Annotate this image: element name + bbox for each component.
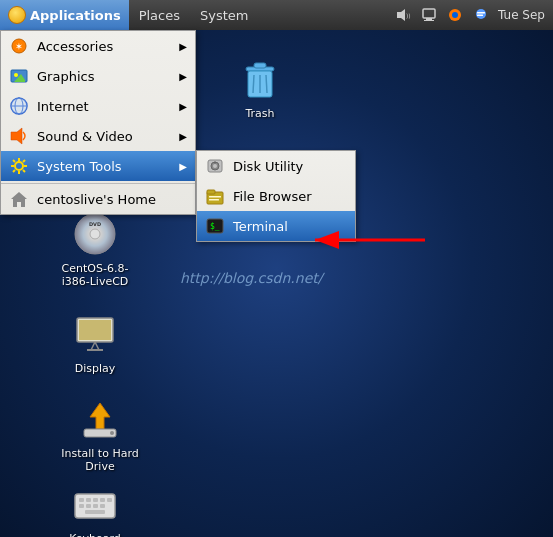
install-hdd-label: Install to Hard Drive bbox=[50, 447, 150, 473]
volume-icon[interactable]: )))) bbox=[394, 6, 412, 24]
svg-point-7 bbox=[476, 9, 486, 19]
places-label: Places bbox=[139, 8, 180, 23]
terminal-icon: $_ bbox=[205, 216, 225, 236]
svg-rect-31 bbox=[93, 498, 98, 502]
system-tools-arrow: ▶ bbox=[179, 161, 187, 172]
install-hdd-icon[interactable]: Install to Hard Drive bbox=[50, 395, 150, 473]
svg-line-54 bbox=[13, 160, 15, 162]
svg-line-55 bbox=[23, 170, 25, 172]
disk-utility-icon bbox=[205, 156, 225, 176]
network-icon[interactable] bbox=[420, 6, 438, 24]
svg-text:DVD: DVD bbox=[89, 221, 101, 227]
places-menu-button[interactable]: Places bbox=[129, 0, 190, 30]
svg-rect-38 bbox=[85, 510, 105, 514]
svg-rect-29 bbox=[79, 498, 84, 502]
internet-label: Internet bbox=[37, 99, 171, 114]
svg-rect-33 bbox=[107, 498, 112, 502]
svg-text:✶: ✶ bbox=[15, 41, 23, 52]
menu-item-system-tools[interactable]: System Tools ▶ bbox=[1, 151, 195, 181]
svg-rect-9 bbox=[477, 15, 483, 17]
svg-line-57 bbox=[13, 170, 15, 172]
graphics-arrow: ▶ bbox=[179, 71, 187, 82]
svg-rect-2 bbox=[423, 9, 435, 18]
taskbar-left: Applications Places System bbox=[0, 0, 259, 30]
menu-item-internet[interactable]: Internet ▶ bbox=[1, 91, 195, 121]
desktop: Applications Places System )))) bbox=[0, 0, 553, 537]
system-menu-button[interactable]: System bbox=[190, 0, 258, 30]
applications-icon bbox=[8, 6, 26, 24]
install-icon-image bbox=[76, 395, 124, 443]
svg-point-18 bbox=[90, 229, 100, 239]
trash-desktop-icon[interactable]: Trash bbox=[215, 55, 305, 120]
svg-marker-48 bbox=[11, 128, 22, 144]
graphics-icon bbox=[9, 66, 29, 86]
svg-rect-65 bbox=[209, 196, 221, 198]
trash-label: Trash bbox=[245, 107, 274, 120]
file-browser-icon bbox=[205, 186, 225, 206]
internet-arrow: ▶ bbox=[179, 101, 187, 112]
svg-rect-32 bbox=[100, 498, 105, 502]
svg-rect-36 bbox=[93, 504, 98, 508]
svg-rect-3 bbox=[426, 18, 432, 20]
svg-marker-58 bbox=[11, 192, 27, 207]
internet-icon bbox=[9, 96, 29, 116]
display-icon[interactable]: Display bbox=[50, 310, 140, 375]
svg-text:)))): )))) bbox=[406, 12, 411, 19]
svg-point-42 bbox=[14, 73, 18, 77]
sound-video-label: Sound & Video bbox=[37, 129, 171, 144]
svg-rect-21 bbox=[79, 320, 111, 340]
centos-livecd-icon[interactable]: DVD CentOS-6.8-i386-LiveCD bbox=[50, 210, 140, 288]
display-label: Display bbox=[75, 362, 116, 375]
svg-rect-11 bbox=[254, 63, 266, 68]
svg-point-47 bbox=[11, 98, 27, 114]
home-label: centoslive's Home bbox=[37, 192, 187, 207]
svg-point-49 bbox=[15, 162, 23, 170]
accessories-arrow: ▶ bbox=[179, 41, 187, 52]
dvd-icon-image: DVD bbox=[71, 210, 119, 258]
chat-icon[interactable] bbox=[472, 6, 490, 24]
menu-item-home[interactable]: centoslive's Home bbox=[1, 183, 195, 214]
svg-text:$_: $_ bbox=[210, 222, 220, 231]
svg-point-6 bbox=[452, 12, 458, 18]
keyboard-icon-image bbox=[71, 480, 119, 528]
menu-item-accessories[interactable]: ✶ Accessories ▶ bbox=[1, 31, 195, 61]
svg-line-56 bbox=[23, 160, 25, 162]
file-browser-label: File Browser bbox=[233, 189, 347, 204]
keyboard-icon[interactable]: Keyboard bbox=[50, 480, 140, 537]
submenu-item-disk-utility[interactable]: Disk Utility bbox=[197, 151, 355, 181]
svg-line-13 bbox=[253, 75, 254, 93]
taskbar-right: )))) bbox=[394, 6, 553, 24]
svg-rect-34 bbox=[79, 504, 84, 508]
applications-menu-button[interactable]: Applications bbox=[0, 0, 129, 30]
svg-rect-37 bbox=[100, 504, 105, 508]
svg-rect-66 bbox=[209, 199, 219, 201]
accessories-icon: ✶ bbox=[9, 36, 29, 56]
svg-line-23 bbox=[95, 342, 99, 350]
disk-utility-label: Disk Utility bbox=[233, 159, 347, 174]
svg-rect-8 bbox=[477, 12, 485, 14]
system-tools-label: System Tools bbox=[37, 159, 171, 174]
svg-line-22 bbox=[91, 342, 95, 350]
svg-point-62 bbox=[214, 162, 216, 164]
svg-rect-35 bbox=[86, 504, 91, 508]
menu-item-sound-video[interactable]: Sound & Video ▶ bbox=[1, 121, 195, 151]
svg-rect-30 bbox=[86, 498, 91, 502]
arrow-indicator bbox=[310, 225, 430, 258]
clock-label: Tue Sep bbox=[498, 8, 545, 22]
system-label: System bbox=[200, 8, 248, 23]
sound-video-icon bbox=[9, 126, 29, 146]
website-text: http://blog.csdn.net/ bbox=[180, 270, 322, 286]
menu-item-graphics[interactable]: Graphics ▶ bbox=[1, 61, 195, 91]
sound-video-arrow: ▶ bbox=[179, 131, 187, 142]
taskbar: Applications Places System )))) bbox=[0, 0, 553, 30]
trash-icon-image bbox=[236, 55, 284, 103]
firefox-icon[interactable] bbox=[446, 6, 464, 24]
submenu-item-file-browser[interactable]: File Browser bbox=[197, 181, 355, 211]
applications-label: Applications bbox=[30, 8, 121, 23]
svg-marker-25 bbox=[90, 403, 110, 429]
svg-point-27 bbox=[110, 431, 114, 435]
system-tools-icon bbox=[9, 156, 29, 176]
centos-label: CentOS-6.8-i386-LiveCD bbox=[50, 262, 140, 288]
keyboard-label: Keyboard bbox=[69, 532, 121, 537]
svg-line-15 bbox=[266, 75, 267, 93]
